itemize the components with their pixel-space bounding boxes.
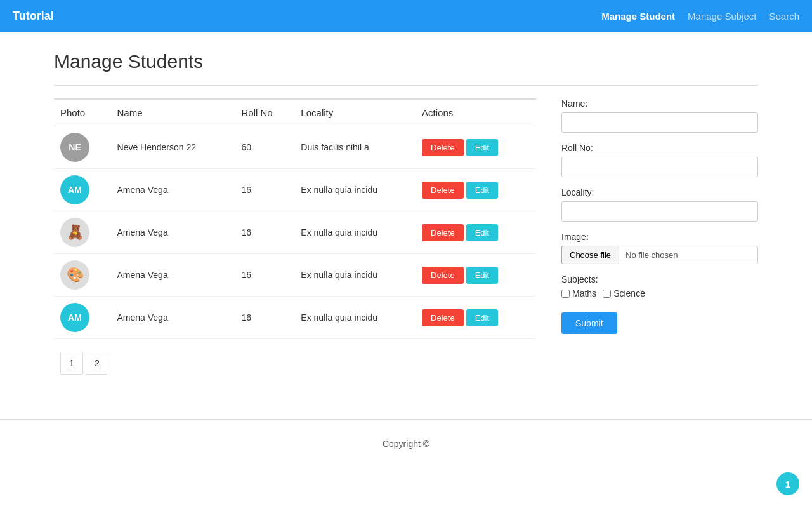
subjects-row: Maths Science [561, 288, 758, 298]
cell-locality: Ex nulla quia incidu [294, 254, 416, 297]
form-section: Name: Roll No: Locality: Image: Choose f… [561, 98, 758, 334]
nav-search[interactable]: Search [769, 11, 799, 22]
maths-label: Maths [572, 288, 596, 298]
navbar-links: Manage Student Manage Subject Search [601, 11, 799, 22]
delete-button[interactable]: Delete [422, 139, 464, 156]
rollno-label: Roll No: [561, 143, 758, 153]
table-header-row: Photo Name Roll No Locality Actions [54, 99, 536, 126]
cell-photo: 🎨 [54, 254, 111, 297]
cell-rollno: 16 [235, 211, 295, 254]
cell-rollno: 16 [235, 254, 295, 297]
table-section: Photo Name Roll No Locality Actions NENe… [54, 98, 536, 375]
nav-manage-student[interactable]: Manage Student [601, 11, 675, 22]
science-label: Science [613, 288, 645, 298]
edit-button[interactable]: Edit [466, 139, 498, 156]
rollno-input[interactable] [561, 157, 758, 177]
science-checkbox[interactable] [603, 290, 611, 298]
cell-name: Amena Vega [111, 211, 235, 254]
cell-name: Neve Henderson 22 [111, 126, 235, 169]
copyright-text: Copyright © [383, 439, 429, 449]
cell-rollno: 16 [235, 297, 295, 339]
maths-checkbox[interactable] [561, 290, 570, 298]
edit-button[interactable]: Edit [466, 309, 498, 326]
submit-button[interactable]: Submit [561, 312, 617, 334]
cell-photo: AM [54, 297, 111, 339]
cell-locality: Ex nulla quia incidu [294, 169, 416, 211]
page-btn-2[interactable]: 2 [86, 352, 108, 375]
edit-button[interactable]: Edit [466, 224, 498, 241]
cell-locality: Ex nulla quia incidu [294, 211, 416, 254]
col-actions: Actions [416, 99, 536, 126]
table-row: AMAmena Vega16Ex nulla quia inciduDelete… [54, 297, 536, 339]
table-row: NENeve Henderson 2260Duis facilis nihil … [54, 126, 536, 169]
cell-actions: DeleteEdit [416, 297, 536, 339]
name-label: Name: [561, 98, 758, 109]
science-checkbox-label: Science [603, 288, 645, 298]
delete-button[interactable]: Delete [422, 309, 464, 326]
cell-name: Amena Vega [111, 297, 235, 339]
col-rollno: Roll No [235, 99, 295, 126]
cell-actions: DeleteEdit [416, 169, 536, 211]
avatar: 🎨 [60, 260, 89, 290]
pagination: 1 2 [60, 352, 536, 375]
rollno-form-group: Roll No: [561, 143, 758, 177]
subjects-label: Subjects: [561, 274, 598, 284]
avatar: AM [60, 303, 89, 332]
cell-rollno: 60 [235, 126, 295, 169]
cell-actions: DeleteEdit [416, 254, 536, 297]
name-form-group: Name: [561, 98, 758, 133]
file-input-wrapper: Choose file No file chosen [561, 246, 758, 264]
locality-input[interactable] [561, 201, 758, 222]
cell-photo: NE [54, 126, 111, 169]
table-row: 🧸Amena Vega16Ex nulla quia inciduDeleteE… [54, 211, 536, 254]
maths-checkbox-label: Maths [561, 288, 596, 298]
locality-form-group: Locality: [561, 187, 758, 222]
cell-locality: Ex nulla quia incidu [294, 297, 416, 339]
cell-locality: Duis facilis nihil a [294, 126, 416, 169]
cell-actions: DeleteEdit [416, 211, 536, 254]
cell-actions: DeleteEdit [416, 126, 536, 169]
edit-button[interactable]: Edit [466, 182, 498, 199]
table-row: 🎨Amena Vega16Ex nulla quia inciduDeleteE… [54, 254, 536, 297]
page-title: Manage Students [54, 51, 758, 72]
col-locality: Locality [294, 99, 416, 126]
main-layout: Photo Name Roll No Locality Actions NENe… [54, 98, 758, 375]
col-name: Name [111, 99, 235, 126]
image-form-group: Image: Choose file No file chosen [561, 232, 758, 264]
cell-name: Amena Vega [111, 169, 235, 211]
subjects-form-group: Subjects: Maths Science [561, 274, 758, 298]
delete-button[interactable]: Delete [422, 182, 464, 199]
main-container: Manage Students Photo Name Roll No Local… [41, 32, 771, 394]
delete-button[interactable]: Delete [422, 267, 464, 284]
col-photo: Photo [54, 99, 111, 126]
cell-name: Amena Vega [111, 254, 235, 297]
locality-label: Locality: [561, 187, 758, 197]
edit-button[interactable]: Edit [466, 267, 498, 284]
cell-photo: 🧸 [54, 211, 111, 254]
table-row: AMAmena Vega16Ex nulla quia inciduDelete… [54, 169, 536, 211]
avatar: NE [60, 133, 89, 162]
nav-manage-subject[interactable]: Manage Subject [688, 11, 756, 22]
name-input[interactable] [561, 112, 758, 133]
page-btn-1[interactable]: 1 [60, 352, 83, 375]
choose-file-button[interactable]: Choose file [561, 246, 619, 264]
footer: Copyright © [0, 420, 812, 462]
delete-button[interactable]: Delete [422, 224, 464, 241]
file-chosen-label: No file chosen [619, 246, 758, 264]
navbar-brand[interactable]: Tutorial [13, 10, 54, 23]
section-divider [54, 85, 758, 86]
cell-photo: AM [54, 169, 111, 211]
student-table: Photo Name Roll No Locality Actions NENe… [54, 98, 536, 339]
image-label: Image: [561, 232, 758, 242]
avatar: AM [60, 175, 89, 204]
cell-rollno: 16 [235, 169, 295, 211]
navbar: Tutorial Manage Student Manage Subject S… [0, 0, 812, 32]
avatar: 🧸 [60, 218, 89, 247]
